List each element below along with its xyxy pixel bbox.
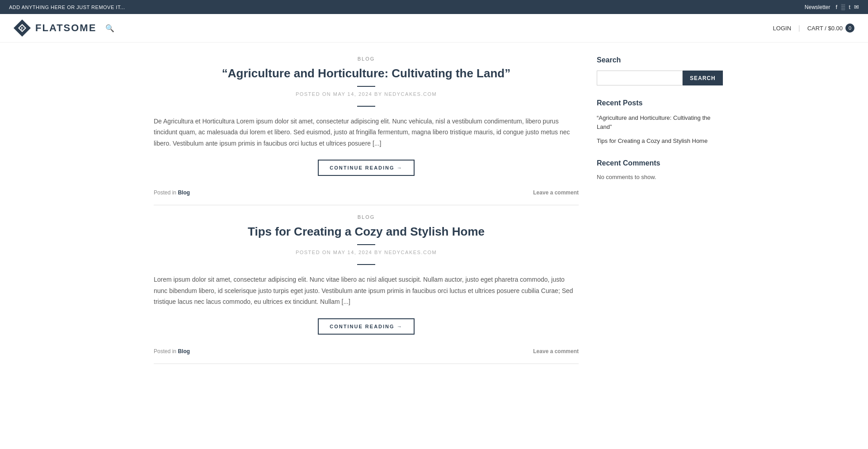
post-2-footer: Posted in Blog Leave a comment [154,344,579,354]
post-1-blog-link[interactable]: Blog [178,189,190,196]
cart-count-badge: 0 [845,24,854,33]
facebook-icon[interactable]: f [836,4,838,10]
header-search-icon[interactable]: 🔍 [105,24,114,33]
sidebar-search-input[interactable] [597,71,683,85]
sidebar-recent-post-2-link[interactable]: Tips for Creating a Cozy and Stylish Hom… [597,137,708,144]
sidebar-recent-comments-title: Recent Comments [597,159,714,167]
post-1-category: BLOG [154,56,579,61]
post-1-divider [357,86,375,87]
post-2-posted-in: Posted in [154,348,176,354]
post-2-continue-wrap: CONTINUE READING → [154,318,579,335]
post-2-category: BLOG [154,214,579,220]
sidebar-recent-post-2: Tips for Creating a Cozy and Stylish Hom… [597,137,714,146]
sidebar-search-box: SEARCH [597,71,714,85]
header-divider: | [798,24,800,32]
post-1-leave-comment[interactable]: Leave a comment [533,189,579,196]
sidebar-search-button[interactable]: SEARCH [683,71,723,85]
header: F FLATSOME 🔍 LOGIN | CART / $0.00 0 [0,14,868,43]
post-2-title: Tips for Creating a Cozy and Stylish Hom… [154,224,579,240]
post-2-continue-button[interactable]: CONTINUE READING → [318,318,414,335]
post-1-author: NEDYCAKES.COM [384,91,437,97]
social-icons: f ░ t ✉ [836,4,859,10]
svg-text:F: F [21,26,24,31]
sidebar-recent-post-1: “Agriculture and Horticulture: Cultivati… [597,113,714,131]
logo-diamond-icon: F [18,24,27,33]
post-1-excerpt: De Agricultura et Horticultura Lorem ips… [154,116,579,149]
instagram-icon[interactable]: ░ [841,4,845,10]
post-1-divider-2 [357,106,375,107]
cart-label: CART / $0.00 [807,25,843,32]
sidebar-no-comments: No comments to show. [597,174,714,180]
top-bar-announcement: ADD ANYTHING HERE OR JUST REMOVE IT... [9,5,125,10]
post-2-divider [357,244,375,245]
cart-area[interactable]: CART / $0.00 0 [807,24,854,33]
post-1-title: “Agriculture and Horticulture: Cultivati… [154,66,579,81]
post-1-posted-in: Posted in [154,189,176,196]
post-1-date: MAY 14, 2024 [333,91,373,97]
post-1-meta-prefix: POSTED ON [296,91,331,97]
post-2-meta: POSTED ON MAY 14, 2024 BY NEDYCAKES.COM [154,250,579,255]
twitter-icon[interactable]: t [849,4,850,10]
main-layout: BLOG “Agriculture and Horticulture: Cult… [145,43,723,387]
post-2-leave-comment[interactable]: Leave a comment [533,348,579,354]
post-1-continue-button[interactable]: CONTINUE READING → [318,160,414,176]
logo-icon: F [14,19,31,37]
logo-area[interactable]: F FLATSOME [14,19,96,37]
main-content: BLOG “Agriculture and Horticulture: Cult… [154,56,579,373]
logo-text: FLATSOME [35,22,96,34]
post-1-footer-left: Posted in Blog [154,189,190,196]
sidebar: Search SEARCH Recent Posts “Agriculture … [597,56,714,373]
logo-search-group: F FLATSOME 🔍 [14,19,114,37]
sidebar-search-title: Search [597,56,714,64]
post-2-blog-link[interactable]: Blog [178,348,190,354]
sidebar-recent-posts-section: Recent Posts “Agriculture and Horticultu… [597,99,714,146]
post-2-meta-prefix: POSTED ON [296,250,331,255]
sidebar-recent-posts-title: Recent Posts [597,99,714,107]
sidebar-recent-post-1-link[interactable]: “Agriculture and Horticulture: Cultivati… [597,114,710,130]
post-1-by: BY [374,91,382,97]
login-link[interactable]: LOGIN [773,25,791,32]
post-2: BLOG Tips for Creating a Cozy and Stylis… [154,214,579,364]
post-2-date: MAY 14, 2024 [333,250,373,255]
post-2-author: NEDYCAKES.COM [384,250,437,255]
top-bar-right: Newsletter f ░ t ✉ [805,4,859,10]
newsletter-link[interactable]: Newsletter [805,4,830,10]
post-1-meta: POSTED ON MAY 14, 2024 BY NEDYCAKES.COM [154,91,579,97]
post-1-footer: Posted in Blog Leave a comment [154,185,579,196]
top-bar: ADD ANYTHING HERE OR JUST REMOVE IT... N… [0,0,868,14]
post-1: BLOG “Agriculture and Horticulture: Cult… [154,56,579,205]
post-1-continue-wrap: CONTINUE READING → [154,160,579,176]
post-2-footer-left: Posted in Blog [154,348,190,354]
post-2-divider-2 [357,264,375,265]
email-icon[interactable]: ✉ [854,4,859,10]
header-right: LOGIN | CART / $0.00 0 [773,24,854,33]
sidebar-search-section: Search SEARCH [597,56,714,85]
post-2-excerpt: Lorem ipsum dolor sit amet, consectetur … [154,274,579,307]
sidebar-recent-comments-section: Recent Comments No comments to show. [597,159,714,180]
post-2-by: BY [374,250,382,255]
